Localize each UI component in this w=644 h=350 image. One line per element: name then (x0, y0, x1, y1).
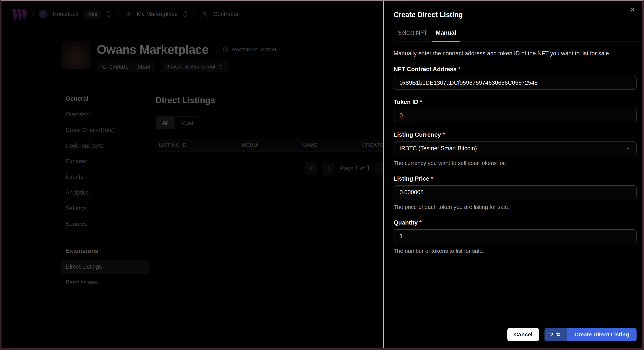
listing-currency-select[interactable]: tRBTC (Testnet Smart Bitcoin) (394, 141, 636, 155)
listing-price-input[interactable] (394, 185, 636, 199)
tx-count-button[interactable]: 2 (544, 328, 567, 341)
required-asterisk: * (431, 175, 433, 182)
listing-currency-field-group: Listing Currency* tRBTC (Testnet Smart B… (394, 131, 636, 166)
thirdweb-dashboard: / Rootstock Free / My Marketplace / Cont… (2, 1, 642, 348)
required-asterisk: * (442, 131, 444, 138)
tabs-divider (394, 41, 642, 42)
drawer-description: Manually enter the contract address and … (394, 50, 636, 57)
listing-price-helper: The price of each token you are listing … (394, 204, 636, 210)
cancel-button[interactable]: Cancel (508, 328, 539, 341)
listing-price-label: Listing Price* (394, 175, 636, 182)
contract-address-input[interactable] (394, 76, 636, 89)
listing-currency-value: tRBTC (Testnet Smart Bitcoin) (400, 145, 477, 152)
quantity-label: Quantity* (394, 219, 636, 226)
window-frame: / Rootstock Free / My Marketplace / Cont… (0, 0, 644, 350)
tab-select-nft[interactable]: Select NFT (394, 29, 432, 42)
quantity-field-group: Quantity* The number of tokens to list f… (394, 219, 636, 254)
listing-currency-label: Listing Currency* (394, 131, 636, 138)
create-direct-listing-button[interactable]: Create Direct Listing (567, 328, 636, 341)
token-id-input[interactable] (394, 109, 636, 122)
listing-currency-helper: The currency you want to sell your token… (394, 160, 636, 166)
required-asterisk: * (420, 98, 422, 105)
close-icon[interactable] (629, 6, 636, 13)
swap-arrows-icon (556, 332, 561, 337)
tx-count: 2 (550, 331, 554, 338)
required-asterisk: * (458, 66, 460, 72)
drawer-tabs: Select NFT Manual (394, 29, 636, 42)
contract-address-field-group: NFT Contract Address* (394, 66, 636, 89)
create-direct-listing-drawer: Create Direct Listing Select NFT Manual … (383, 1, 642, 348)
token-id-field-group: Token ID* (394, 98, 636, 122)
drawer-footer: Cancel 2 Create Direct Listing (508, 328, 636, 341)
contract-address-label: NFT Contract Address* (394, 66, 636, 73)
required-asterisk: * (419, 219, 422, 226)
chevron-down-icon (625, 146, 630, 151)
submit-split-button: 2 Create Direct Listing (544, 328, 636, 341)
drawer-title: Create Direct Listing (394, 11, 636, 19)
listing-price-field-group: Listing Price* The price of each token y… (394, 175, 636, 210)
token-id-label: Token ID* (394, 98, 636, 105)
tab-manual[interactable]: Manual (432, 29, 460, 42)
quantity-input[interactable] (394, 229, 636, 243)
quantity-helper: The number of tokens to list for sale. (394, 248, 636, 254)
